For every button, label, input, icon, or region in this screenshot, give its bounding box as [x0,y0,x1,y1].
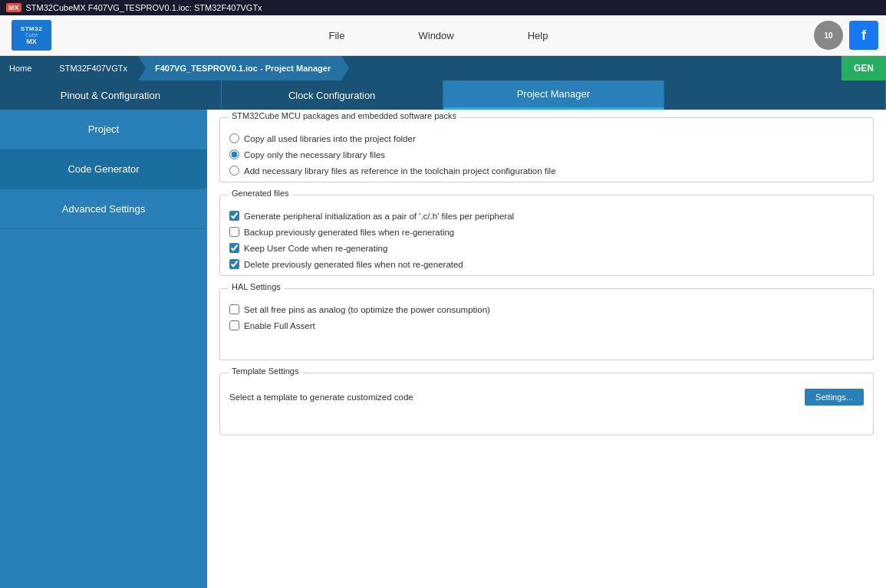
content-area: STM32Cube MCU packages and embedded soft… [207,110,886,588]
logo-area: STM32 Cube MX [0,20,63,51]
menu-items: File Window Help [63,27,814,44]
radio-item-3[interactable]: Add necessary library files as reference… [229,166,864,176]
checkbox-item-gen2[interactable]: Backup previously generated files when r… [229,227,864,237]
main-layout: Project Code Generator Advanced Settings… [0,110,886,588]
window-title: STM32CubeMX F407VG_TESPROV0.1.ioc: STM32… [26,3,262,12]
tab-bar: Pinout & Configuration Clock Configurati… [0,80,886,110]
stm32cubemx-logo: STM32 Cube MX [12,20,51,51]
checkbox-item-gen3[interactable]: Keep User Code when re-generating [229,243,864,253]
info-icon-circle[interactable]: 10 [814,21,843,50]
tab-clock[interactable]: Clock Configuration [222,80,443,110]
generated-files-section: Generated files Generate peripheral init… [219,195,874,276]
hal-settings-title: HAL Settings [228,282,285,291]
breadcrumb-project[interactable]: F407VG_TESPROV0.1.ioc - Project Manager [138,56,341,80]
hal-settings-section: HAL Settings Set all free pins as analog… [219,288,874,360]
radio-item-2[interactable]: Copy only the necessary library files [229,149,864,159]
checkbox-hal2[interactable] [229,320,239,330]
checkbox-gen1[interactable] [229,211,239,221]
logo-cube-text: Cube [25,32,38,38]
settings-button[interactable]: Settings... [805,389,864,406]
tab-pinout[interactable]: Pinout & Configuration [0,80,222,110]
menu-right-icons: 10 f [814,21,886,50]
radio-item-1[interactable]: Copy all used libraries into the project… [229,133,864,143]
checkbox-item-hal2[interactable]: Enable Full Assert [229,320,864,330]
menu-help[interactable]: Help [522,27,555,44]
generate-button[interactable]: GEN [842,56,886,80]
tab-project-manager[interactable]: Project Manager [443,80,665,110]
tab-extra[interactable] [664,80,886,110]
breadcrumb-device[interactable]: STM32F407VGTx [42,56,138,80]
menu-file[interactable]: File [323,27,351,44]
logo-stm-text: STM32 [21,25,42,32]
hal-checkboxes: Set all free pins as analog (to optimize… [229,304,864,330]
facebook-icon[interactable]: f [849,21,878,50]
template-label: Select a template to generate customized… [229,393,413,402]
template-settings-section: Template Settings Select a template to g… [219,373,874,435]
checkbox-item-gen4[interactable]: Delete previously generated files when n… [229,259,864,269]
menu-bar: STM32 Cube MX File Window Help 10 f [0,15,886,56]
template-settings-title: Template Settings [228,366,302,376]
stm32cube-section: STM32Cube MCU packages and embedded soft… [219,117,874,182]
generated-files-checkboxes: Generate peripheral initialization as a … [229,211,864,269]
checkbox-item-hal1[interactable]: Set all free pins as analog (to optimize… [229,304,864,314]
checkbox-item-gen1[interactable]: Generate peripheral initialization as a … [229,211,864,221]
radio-input-3[interactable] [229,166,239,176]
sidebar-item-project[interactable]: Project [0,110,207,149]
stm32cube-radio-group: Copy all used libraries into the project… [229,133,864,176]
mx-badge: MX [6,3,21,12]
sidebar-item-advanced-settings[interactable]: Advanced Settings [0,189,207,229]
checkbox-gen3[interactable] [229,243,239,253]
title-bar: MX STM32CubeMX F407VG_TESPROV0.1.ioc: ST… [0,0,886,15]
generated-files-title: Generated files [228,189,293,198]
radio-input-1[interactable] [229,133,239,143]
sidebar: Project Code Generator Advanced Settings [0,110,207,588]
menu-window[interactable]: Window [412,27,459,44]
template-row: Select a template to generate customized… [229,389,864,406]
stm32cube-section-title: STM32Cube MCU packages and embedded soft… [228,111,460,120]
checkbox-gen2[interactable] [229,227,239,237]
breadcrumb: Home STM32F407VGTx F407VG_TESPROV0.1.ioc… [0,56,886,80]
radio-input-2[interactable] [229,149,239,159]
logo-mx-text: MX [26,38,37,45]
checkbox-hal1[interactable] [229,304,239,314]
sidebar-item-code-generator[interactable]: Code Generator [0,149,207,189]
checkbox-gen4[interactable] [229,259,239,269]
breadcrumb-home[interactable]: Home [0,56,42,80]
